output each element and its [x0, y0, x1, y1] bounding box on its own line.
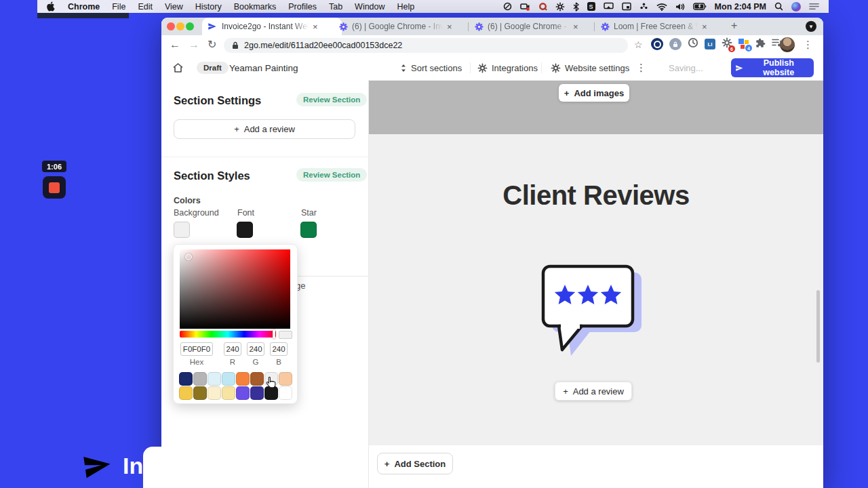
- palette-swatch[interactable]: [222, 372, 235, 386]
- palette-swatch[interactable]: [208, 372, 221, 386]
- publish-website-button[interactable]: Publish website: [731, 58, 814, 77]
- minimize-window-button[interactable]: [176, 22, 184, 30]
- add-section-button[interactable]: + Add Section: [377, 453, 453, 474]
- add-section-label: Add Section: [394, 459, 446, 469]
- palette-swatch[interactable]: [279, 386, 292, 400]
- tab-title: (6) | Google Chrome - Invoice2: [488, 22, 569, 31]
- menu-window[interactable]: Window: [355, 2, 384, 12]
- integrations-icon: [477, 63, 488, 73]
- lock-circle-extension-icon[interactable]: [669, 38, 682, 50]
- shield-s-icon[interactable]: S: [587, 2, 595, 11]
- palette-swatch[interactable]: [250, 372, 264, 386]
- wifi-icon[interactable]: [656, 2, 667, 12]
- saturation-gradient[interactable]: [180, 249, 290, 329]
- close-tab-icon[interactable]: ×: [573, 22, 578, 32]
- integrations-button[interactable]: Integrations: [477, 56, 538, 80]
- tab-search-button[interactable]: ▾: [806, 21, 816, 32]
- close-tab-icon[interactable]: ×: [447, 22, 452, 32]
- back-button[interactable]: ←: [170, 38, 180, 52]
- browser-menu-kebab-icon[interactable]: ⋮: [803, 39, 813, 51]
- tab-invoice2go[interactable]: Invoice2go - Instant Websites ×: [202, 18, 342, 35]
- clock-extension-icon[interactable]: [688, 37, 698, 51]
- palette-swatch[interactable]: [193, 386, 207, 400]
- saturation-cursor[interactable]: [185, 253, 192, 260]
- blue-input[interactable]: [270, 342, 288, 356]
- bookmark-star-icon[interactable]: ☆: [634, 39, 643, 50]
- color-picker-popover: Hex R G B: [173, 244, 298, 404]
- address-bar[interactable]: 2go.me/edit/611ad20ee00cad00153dce22: [224, 38, 628, 53]
- menu-help[interactable]: Help: [397, 2, 415, 12]
- menu-history[interactable]: History: [195, 2, 222, 12]
- background-color-swatch[interactable]: [174, 222, 190, 238]
- palette-swatch[interactable]: [222, 386, 235, 400]
- website-settings-button[interactable]: Website settings: [551, 56, 629, 80]
- forward-button[interactable]: →: [189, 38, 199, 52]
- swirl-icon[interactable]: [538, 2, 547, 12]
- circle-zero-icon[interactable]: [503, 2, 512, 12]
- menu-edit[interactable]: Edit: [138, 2, 153, 12]
- window-icon[interactable]: [622, 2, 631, 12]
- menu-profiles[interactable]: Profiles: [288, 2, 317, 12]
- volume-icon[interactable]: [675, 2, 685, 12]
- new-tab-button[interactable]: +: [731, 20, 737, 32]
- palette-swatch[interactable]: [208, 386, 221, 400]
- sort-sections-button[interactable]: Sort sections: [400, 56, 462, 80]
- display-icon[interactable]: [604, 2, 614, 12]
- hex-input[interactable]: [180, 342, 213, 356]
- loom-recording-icon[interactable]: [520, 2, 530, 12]
- tag-assistant-extension-icon[interactable]: 4: [738, 39, 749, 49]
- extensions-puzzle-icon[interactable]: [755, 38, 766, 51]
- palette-swatch[interactable]: [279, 372, 292, 386]
- hue-slider[interactable]: [180, 331, 276, 338]
- close-tab-icon[interactable]: ×: [702, 22, 707, 32]
- font-color-swatch[interactable]: [237, 222, 253, 238]
- add-images-button[interactable]: + Add images: [559, 84, 629, 102]
- gear-icon[interactable]: [555, 2, 565, 12]
- li-extension-icon[interactable]: LI: [705, 39, 715, 49]
- menubar-clock[interactable]: Mon 2:04 PM: [715, 2, 766, 12]
- hue-slider-thumb[interactable]: [273, 329, 275, 339]
- header-kebab-icon[interactable]: ⋮: [636, 56, 646, 80]
- zoom-window-button[interactable]: [186, 22, 194, 30]
- palette-swatch[interactable]: [179, 386, 193, 400]
- menu-file[interactable]: File: [112, 2, 125, 12]
- menubar-app-name[interactable]: Chrome: [68, 2, 100, 12]
- menu-bookmarks[interactable]: Bookmarks: [234, 2, 277, 12]
- home-button[interactable]: [172, 56, 184, 80]
- chrome-window: Invoice2go - Instant Websites × (6) | Go…: [161, 18, 823, 488]
- green-input[interactable]: [247, 342, 264, 356]
- close-window-button[interactable]: [167, 22, 175, 30]
- palette-swatch[interactable]: [250, 386, 264, 400]
- add-review-button[interactable]: + Add a review: [174, 119, 355, 139]
- tab-separator: [468, 22, 469, 31]
- red-input[interactable]: [224, 342, 241, 356]
- preview-scrollbar[interactable]: [816, 290, 820, 363]
- palette-swatch[interactable]: [179, 372, 193, 386]
- palette-swatch[interactable]: [236, 372, 250, 386]
- siri-icon[interactable]: [791, 2, 801, 12]
- apple-icon[interactable]: [47, 2, 56, 12]
- tab-loom[interactable]: Loom | Free Screen & Video Re ×: [597, 18, 730, 35]
- macos-menubar: Chrome File Edit View History Bookmarks …: [37, 0, 829, 13]
- loom-stop-button[interactable]: [43, 176, 66, 199]
- bluetooth-icon[interactable]: [573, 2, 579, 12]
- review-speech-bubble[interactable]: [536, 261, 658, 359]
- tab-loom-video-1[interactable]: (6) | Google Chrome - Invoice2 ×: [335, 18, 475, 35]
- palette-swatch[interactable]: [193, 372, 207, 386]
- profile-avatar[interactable]: [780, 37, 795, 52]
- fan-icon[interactable]: [639, 2, 648, 12]
- star-color-swatch[interactable]: [300, 222, 317, 238]
- tab-loom-video-2[interactable]: (6) | Google Chrome - Invoice2 ×: [471, 18, 601, 35]
- menu-view[interactable]: View: [165, 2, 183, 12]
- preview-add-review-button[interactable]: + Add a review: [555, 382, 632, 401]
- battery-icon[interactable]: [693, 2, 707, 12]
- palette-swatch[interactable]: [236, 386, 250, 400]
- circle-o-extension-icon[interactable]: [651, 38, 663, 50]
- menu-tab[interactable]: Tab: [329, 2, 342, 12]
- adblock-gear-extension-icon[interactable]: 6: [722, 37, 732, 51]
- close-tab-icon[interactable]: ×: [313, 22, 318, 32]
- reload-button[interactable]: ↻: [208, 38, 216, 52]
- spotlight-icon[interactable]: [774, 2, 783, 12]
- menu-lines-icon[interactable]: [809, 2, 819, 12]
- loom-timer-badge[interactable]: 1:06: [42, 161, 66, 172]
